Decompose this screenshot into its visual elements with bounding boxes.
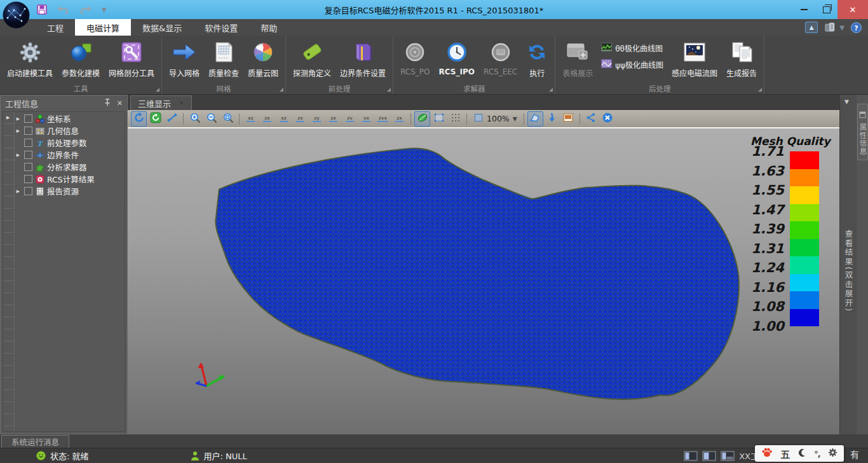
tab-close-icon[interactable]: ✕ <box>179 99 184 107</box>
view-preset-button[interactable]: zvx <box>375 111 391 127</box>
menu-tab-2[interactable]: 电磁计算 <box>75 19 131 36</box>
view-preset-button[interactable]: zx <box>292 111 308 127</box>
tree-item[interactable]: RCS计算结果 <box>15 173 125 185</box>
ime-settings-gear-icon[interactable] <box>828 448 837 460</box>
pan-tool[interactable] <box>164 111 180 127</box>
zoom-fit-tool[interactable] <box>220 111 236 127</box>
ribbon-button[interactable]: 探测角定义 <box>288 38 336 79</box>
mesh-display-tool[interactable] <box>447 111 463 127</box>
tab-system-messages[interactable]: 系统运行消息 <box>1 435 69 448</box>
ribbon-button[interactable]: 质量检查 <box>204 38 243 79</box>
tree-checkbox[interactable] <box>24 163 32 171</box>
ime-toolbar[interactable]: 五 °, <box>755 445 844 462</box>
view-preset-button[interactable]: xz <box>276 111 292 127</box>
viewport-3d[interactable]: Mesh Quality 1.711.631.551.471.391.311.2… <box>128 128 839 434</box>
pin-icon[interactable] <box>104 99 111 108</box>
ime-mode-label[interactable]: 五 <box>780 447 790 460</box>
zoom-level-combo[interactable]: 100%▼ <box>470 113 520 125</box>
rotate-tool[interactable] <box>131 111 147 127</box>
tab-properties[interactable]: 属性信息 <box>857 104 868 160</box>
window-style-button[interactable]: ▼ <box>824 22 844 33</box>
shaded-view-tool[interactable] <box>414 111 430 127</box>
expand-arrow-icon[interactable]: ▶ <box>15 153 22 158</box>
gutter-arrow-icon[interactable]: ▶ <box>6 115 10 120</box>
snapshot-tool[interactable] <box>560 111 576 127</box>
ribbon-button[interactable]: 边界条件设置 <box>336 38 390 79</box>
ribbon-button[interactable]: 执行 <box>522 38 552 79</box>
redo-button[interactable] <box>79 6 92 14</box>
menu-tab-4[interactable]: 软件设置 <box>193 19 249 36</box>
ime-moon-icon[interactable] <box>797 448 806 460</box>
zoom-in-tool[interactable] <box>187 111 203 127</box>
view-preset-button[interactable]: vx <box>358 111 374 127</box>
tree-item[interactable]: ▶几何信息 <box>15 125 125 137</box>
tree-item[interactable]: ▶坐标系 <box>15 113 125 125</box>
orbit-refresh-tool[interactable] <box>147 111 163 127</box>
panel-close-icon[interactable]: ✕ <box>117 99 123 107</box>
menu-tab-3[interactable]: 数据&显示 <box>131 19 193 36</box>
tree-item[interactable]: 分析求解器 <box>15 161 125 173</box>
tree-checkbox[interactable] <box>24 127 32 135</box>
expand-arrow-icon[interactable]: ▶ <box>15 189 22 194</box>
expand-arrow-icon[interactable]: ▶ <box>15 116 22 121</box>
tree-item[interactable]: ▶边界条件 <box>15 149 125 161</box>
view-preset-button[interactable]: xz <box>243 111 259 127</box>
chevron-down-icon[interactable]: ▼ <box>513 116 517 122</box>
minimize-button[interactable] <box>793 0 815 19</box>
ribbon-button[interactable]: 启动建模工具 <box>3 38 57 79</box>
layout-toggle-bottom-button[interactable] <box>721 451 735 461</box>
zoom-out-tool[interactable] <box>203 111 219 127</box>
ribbon-button[interactable]: RCS_EEC <box>479 38 522 78</box>
layout-toggle-left-button[interactable] <box>684 451 698 461</box>
close-button[interactable]: ✕ <box>837 0 868 19</box>
drop-view-tool[interactable] <box>544 111 560 127</box>
help-button[interactable]: ? <box>851 22 862 33</box>
tree-checkbox[interactable] <box>24 187 32 195</box>
application-window: ▼ 复杂目标RCS电磁分析软件2015 R1 - RCS_2015031801*… <box>0 0 868 463</box>
view-preset-button[interactable]: zv <box>342 111 358 127</box>
view-preset-button[interactable]: zx <box>259 111 275 127</box>
ime-punctuation-label[interactable]: °, <box>814 449 820 459</box>
tree-item[interactable]: T前处理参数 <box>15 137 125 149</box>
menu-tab-5[interactable]: 帮助 <box>249 19 288 36</box>
ime-paw-icon[interactable] <box>761 447 773 460</box>
ribbon-button[interactable]: 生成报告 <box>722 38 761 79</box>
results-collapsed-panel[interactable]: ▼ 查看结果(双击展开) <box>839 95 857 434</box>
ribbon-button[interactable]: 网格剖分工具 <box>104 38 159 79</box>
restore-button[interactable] <box>815 0 837 19</box>
ribbon-button[interactable]: 表格展示 <box>558 38 597 79</box>
menu-tab-1[interactable]: 工程 <box>36 19 75 36</box>
view-preset-button[interactable]: zx <box>391 111 407 127</box>
ribbon-button[interactable]: RCS_PO <box>396 38 434 78</box>
ribbon-group: 表格展示θθ极化曲线图ψψ极化曲线图感应电磁流图生成报告后处理 <box>555 36 764 94</box>
ribbon-button[interactable]: 参数化建模 <box>57 38 104 79</box>
save-button[interactable] <box>37 4 47 15</box>
view-preset-button[interactable]: zx <box>325 111 341 127</box>
app-logo-icon[interactable] <box>3 1 30 29</box>
ribbon-button[interactable]: θθ极化曲线图 <box>601 43 663 53</box>
close-view-tool[interactable] <box>600 111 616 127</box>
collapse-ribbon-button[interactable]: ▲ <box>805 22 818 33</box>
ribbon-button[interactable]: 质量云图 <box>243 38 283 79</box>
tree-checkbox[interactable] <box>24 175 32 183</box>
undo-button[interactable] <box>57 6 69 14</box>
ribbon-button[interactable]: RCS_IPO <box>435 38 479 78</box>
section-tool[interactable] <box>527 111 543 127</box>
tree-checkbox[interactable] <box>24 114 32 123</box>
legend-value: 1.63 <box>751 164 784 178</box>
layout-toggle-split-button[interactable] <box>702 451 716 461</box>
legend-value: 1.71 <box>751 144 784 158</box>
tree-item[interactable]: ▶报告资源 <box>15 185 125 197</box>
tab-3d-view[interactable]: 三维显示 ✕ <box>130 95 192 110</box>
tree-checkbox[interactable] <box>24 139 32 147</box>
chevron-down-icon[interactable]: ▼ <box>844 99 849 105</box>
tree-checkbox[interactable] <box>24 151 32 159</box>
expand-arrow-icon[interactable]: ▶ <box>15 128 22 134</box>
share-tool[interactable] <box>583 111 599 127</box>
view-preset-button[interactable]: zy <box>309 111 325 127</box>
ribbon-button[interactable]: ψψ极化曲线图 <box>601 59 663 70</box>
quick-access-dropdown-icon[interactable]: ▼ <box>102 6 107 13</box>
ribbon-button[interactable]: 导入网格 <box>165 38 204 79</box>
ribbon-button[interactable]: 感应电磁流图 <box>667 38 722 79</box>
wireframe-view-tool[interactable] <box>431 111 447 127</box>
